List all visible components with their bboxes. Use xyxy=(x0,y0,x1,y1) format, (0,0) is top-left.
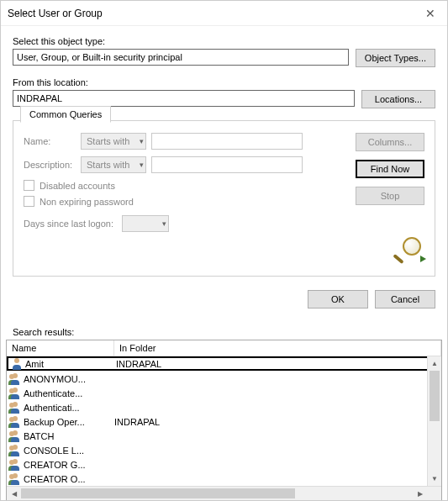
chevron-down-icon: ▾ xyxy=(140,137,144,145)
dialog-buttons: OK Cancel xyxy=(13,290,435,309)
group-icon xyxy=(8,473,22,485)
search-icon xyxy=(389,237,424,264)
stop-button[interactable]: Stop xyxy=(356,187,424,205)
group-icon xyxy=(8,402,22,414)
title-bar: Select User or Group ✕ xyxy=(1,1,447,26)
scroll-thumb[interactable] xyxy=(430,371,440,421)
locations-button[interactable]: Locations... xyxy=(361,90,435,108)
row-name: CONSOLE L... xyxy=(24,446,114,456)
table-row[interactable]: AmitINDRAPAL xyxy=(7,356,441,371)
scroll-thumb[interactable] xyxy=(21,488,295,498)
chevron-down-icon: ▾ xyxy=(162,219,166,228)
group-icon xyxy=(8,373,22,385)
location-input[interactable]: INDRAPAL xyxy=(13,90,355,107)
cancel-button[interactable]: Cancel xyxy=(375,290,435,309)
object-type-label: Select this object type: xyxy=(13,36,435,46)
window-title: Select User or Group xyxy=(8,8,420,19)
last-logon-label: Days since last logon: xyxy=(24,219,113,229)
name-mode-value: Starts with xyxy=(87,136,129,146)
disabled-accounts-checkbox[interactable] xyxy=(24,180,34,191)
row-folder: INDRAPAL xyxy=(116,359,440,369)
scroll-corner xyxy=(427,487,441,500)
user-icon xyxy=(10,358,24,370)
row-folder: INDRAPAL xyxy=(114,417,441,427)
table-row[interactable]: Authenticati... xyxy=(7,400,441,414)
row-name: Authenticati... xyxy=(24,403,114,413)
row-name: CREATOR G... xyxy=(24,460,114,470)
queries-side-buttons: Columns... Find Now Stop xyxy=(349,133,424,264)
group-icon xyxy=(8,388,22,399)
row-name: Amit xyxy=(25,359,116,369)
non-expiring-checkbox[interactable] xyxy=(24,196,34,207)
table-row[interactable]: Backup Oper...INDRAPAL xyxy=(7,414,441,429)
group-icon xyxy=(8,459,22,471)
description-input[interactable] xyxy=(151,156,303,173)
scroll-down-icon[interactable]: ▼ xyxy=(428,472,441,486)
name-label: Name: xyxy=(24,136,81,146)
common-queries-tab[interactable]: Common Queries xyxy=(20,106,111,123)
column-name[interactable]: Name xyxy=(7,340,114,356)
non-expiring-label: Non expiring password xyxy=(40,197,134,207)
ok-button[interactable]: OK xyxy=(308,290,368,309)
scroll-up-icon[interactable]: ▲ xyxy=(428,356,441,371)
object-type-input[interactable]: User, Group, or Built-in security princi… xyxy=(13,49,349,66)
scroll-left-icon[interactable]: ◀ xyxy=(7,487,21,501)
row-name: ANONYMOU... xyxy=(24,374,114,384)
row-name: BATCH xyxy=(24,431,114,441)
name-mode-combo[interactable]: Starts with ▾ xyxy=(81,133,146,150)
description-label: Description: xyxy=(24,160,81,170)
find-now-button[interactable]: Find Now xyxy=(356,160,424,178)
description-mode-combo[interactable]: Starts with ▾ xyxy=(81,156,146,173)
dialog-content: Select this object type: User, Group, or… xyxy=(1,26,447,324)
queries-frame: Common Queries Name: Starts with ▾ Descr… xyxy=(13,120,435,277)
columns-button[interactable]: Columns... xyxy=(356,133,424,151)
group-icon xyxy=(8,416,22,428)
object-types-button[interactable]: Object Types... xyxy=(356,49,435,67)
close-button[interactable]: ✕ xyxy=(420,3,440,24)
search-results-label: Search results: xyxy=(13,327,447,337)
queries-fields: Name: Starts with ▾ Description: Starts … xyxy=(24,133,349,264)
results-body: AmitINDRAPALANONYMOU...Authenticate...Au… xyxy=(7,356,441,486)
row-name: Backup Oper... xyxy=(24,417,114,427)
row-name: Authenticate... xyxy=(24,388,114,398)
table-row[interactable]: CONSOLE L... xyxy=(7,443,441,457)
table-row[interactable]: CREATOR G... xyxy=(7,457,441,472)
results-header: Name In Folder xyxy=(7,340,441,356)
name-input[interactable] xyxy=(151,133,303,150)
disabled-accounts-label: Disabled accounts xyxy=(40,181,115,191)
horizontal-scrollbar[interactable]: ◀ ▶ xyxy=(7,486,441,500)
description-mode-value: Starts with xyxy=(87,160,129,170)
search-results: Name In Folder AmitINDRAPALANONYMOU...Au… xyxy=(6,340,442,501)
row-name: CREATOR O... xyxy=(24,474,114,484)
table-row[interactable]: CREATOR O... xyxy=(7,472,441,486)
table-row[interactable]: Authenticate... xyxy=(7,386,441,400)
group-icon xyxy=(8,445,22,456)
location-label: From this location: xyxy=(13,77,435,87)
table-row[interactable]: BATCH xyxy=(7,429,441,443)
vertical-scrollbar[interactable]: ▲ ▼ xyxy=(427,356,441,486)
column-folder[interactable]: In Folder xyxy=(114,340,441,356)
last-logon-combo[interactable]: ▾ xyxy=(122,215,169,232)
table-row[interactable]: ANONYMOU... xyxy=(7,372,441,386)
chevron-down-icon: ▾ xyxy=(140,161,144,169)
scroll-right-icon[interactable]: ▶ xyxy=(413,487,427,501)
group-icon xyxy=(8,430,22,442)
